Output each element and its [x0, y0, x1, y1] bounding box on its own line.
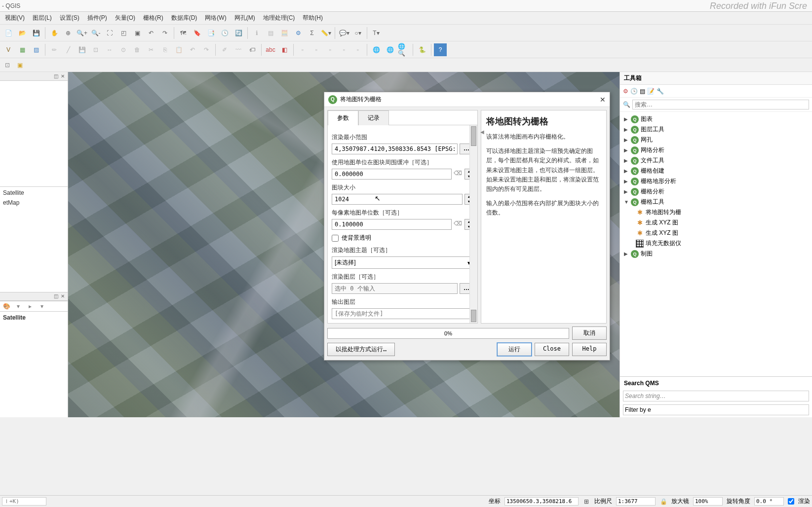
browser-list[interactable]	[0, 81, 68, 186]
menu-processing[interactable]: 地理处理(C)	[259, 12, 299, 24]
menu-help[interactable]: 帮助(H)	[299, 12, 327, 24]
render-layers-input[interactable]	[332, 283, 458, 294]
menu-view[interactable]: 视图(V)	[1, 12, 29, 24]
zoom-layer-icon[interactable]: ▣	[131, 27, 144, 39]
paste-icon[interactable]: 📋	[172, 43, 185, 56]
collapse-help-icon[interactable]: ◀	[480, 129, 484, 135]
menu-plugins[interactable]: 插件(P)	[83, 12, 111, 24]
show-bookmarks-icon[interactable]: 📑	[204, 27, 217, 39]
measure-icon[interactable]: 📏▾	[319, 27, 332, 39]
options-icon[interactable]: 🔧	[657, 88, 664, 95]
dialog-close-icon[interactable]: ✕	[600, 96, 606, 104]
cancel-button[interactable]: 取消	[572, 326, 607, 340]
menu-vector[interactable]: 矢量(O)	[111, 12, 139, 24]
tab-log[interactable]: 记录	[358, 110, 389, 125]
redo-icon[interactable]: ↷	[200, 43, 213, 56]
tool-a-icon[interactable]: ▫	[296, 43, 309, 56]
batch-run-button[interactable]: 以批处理方式运行…	[327, 343, 395, 356]
tool-d-icon[interactable]: ▫	[338, 43, 350, 56]
buffer-input[interactable]	[332, 169, 452, 180]
panel-close-icon[interactable]: ✕	[61, 73, 67, 79]
style-icon[interactable]: 🎨	[1, 301, 12, 312]
render-checkbox[interactable]	[788, 498, 794, 505]
zoom-full-icon[interactable]: ⛶	[103, 27, 116, 39]
results-icon[interactable]: ▤	[640, 88, 645, 95]
tree-group-layer-tools[interactable]: ▶Q图层工具	[622, 124, 810, 135]
layer-etmap[interactable]: etMap	[1, 198, 67, 208]
annotation-icon[interactable]: ○▾	[351, 27, 364, 39]
add-raster-icon[interactable]: ▦	[16, 43, 29, 56]
tree-group-network[interactable]: ▶Q网络分析	[622, 145, 810, 155]
text-annotation-icon[interactable]: T▾	[370, 27, 383, 39]
px-units-clear-icon[interactable]: ⌫	[454, 220, 463, 229]
tool-e-icon[interactable]: ▫	[351, 43, 364, 56]
tree-group-raster-analysis[interactable]: ▶Q栅格分析	[622, 186, 810, 197]
menu-settings[interactable]: 设置(S)	[56, 12, 83, 24]
copy-icon[interactable]: ⎘	[158, 43, 171, 56]
layer-labeling-icon[interactable]: 🏷	[246, 43, 259, 56]
model-icon[interactable]: ⚙	[623, 88, 628, 95]
move-feature-icon[interactable]: ↔	[103, 43, 116, 56]
globe-green-icon[interactable]: 🌐	[384, 43, 396, 56]
tree-tool-xyz-2[interactable]: ✱生成 XYZ 图	[622, 228, 810, 238]
pan-selection-icon[interactable]: ⊕	[62, 27, 75, 39]
toggle-extents-icon[interactable]: ⊞	[582, 498, 590, 506]
magnifier-input[interactable]	[693, 497, 723, 506]
tree-group-charts[interactable]: ▶Q图表	[622, 114, 810, 124]
tree-tool-xyz-1[interactable]: ✱生成 XYZ 图	[622, 217, 810, 228]
collapse-icon[interactable]: ▾	[37, 301, 47, 312]
identify-icon[interactable]: ℹ	[250, 27, 263, 39]
help-icon[interactable]: ?	[434, 43, 447, 56]
panel-undock-icon[interactable]: ◫	[54, 73, 60, 79]
history-icon[interactable]: 🕓	[630, 88, 638, 95]
pan-icon[interactable]: ✋	[48, 27, 61, 39]
layer-satellite[interactable]: Satellite	[1, 188, 67, 198]
tree-tool-fill-nodata[interactable]: 填充无数据仪	[622, 238, 810, 249]
search-qms-input[interactable]: Search string…	[623, 391, 809, 401]
menu-database[interactable]: 数据库(D)	[167, 12, 201, 24]
panel-undock-icon[interactable]: ◫	[54, 293, 60, 299]
save-edits-icon[interactable]: 💾	[76, 43, 88, 56]
temporal-icon[interactable]: 🕓	[218, 27, 231, 39]
scrollbar-thumb-bottom[interactable]	[471, 310, 476, 322]
tree-group-cartography[interactable]: ▶Q制图	[622, 249, 810, 259]
panel-close-icon[interactable]: ✕	[61, 293, 67, 299]
node-tool-icon[interactable]: ⊙	[117, 43, 130, 56]
buffer-clear-icon[interactable]: ⌫	[454, 170, 463, 179]
edit-line-icon[interactable]: ╱	[62, 43, 75, 56]
field-calc-icon[interactable]: 🧮	[278, 27, 291, 39]
tool-c-icon[interactable]: ▫	[324, 43, 337, 56]
reshape-icon[interactable]: 〰	[232, 43, 245, 56]
zoom-selection-icon[interactable]: ◰	[117, 27, 130, 39]
python-console-icon[interactable]: 🐍	[416, 43, 428, 56]
zoom-in-icon[interactable]: 🔍+	[76, 27, 88, 39]
globe-search-icon[interactable]: 🌐🔍	[397, 43, 410, 56]
tab-parameters[interactable]: 参数	[328, 110, 358, 125]
dialog-titlebar[interactable]: Q 将地图转为栅格 ✕	[324, 92, 610, 107]
zoom-out-icon[interactable]: 🔍-	[89, 27, 102, 39]
run-button[interactable]: 运行	[497, 343, 532, 356]
map-theme-select[interactable]: [未选择] ▾	[332, 256, 473, 269]
tree-group-raster-terrain[interactable]: ▶Q栅格地形分析	[622, 176, 810, 186]
save-project-icon[interactable]: 💾	[30, 27, 42, 39]
zoom-last-icon[interactable]: ↶	[145, 27, 157, 39]
layers-list[interactable]: Satellite	[0, 312, 68, 417]
new-project-icon[interactable]: 📄	[2, 27, 15, 39]
filter-icon[interactable]: ▾	[13, 301, 24, 312]
digitize-icon[interactable]: ✐	[218, 43, 231, 56]
help-button[interactable]: Help	[572, 343, 607, 356]
new-map-view-icon[interactable]: 🗺	[177, 27, 190, 39]
extent-input[interactable]	[332, 144, 458, 154]
map-tips-icon[interactable]: 💬▾	[338, 27, 350, 39]
tree-group-raster-tools[interactable]: ▼Q栅格工具	[622, 197, 810, 207]
open-project-icon[interactable]: 📂	[16, 27, 29, 39]
tree-group-mesh[interactable]: ▶Q网孔	[622, 135, 810, 145]
coord-input[interactable]	[504, 497, 579, 506]
tile-size-input[interactable]	[332, 194, 463, 205]
toolbox-search-input[interactable]	[632, 100, 809, 109]
snap-settings-icon[interactable]: ▣	[14, 60, 25, 71]
label-tool-icon[interactable]: abc	[264, 43, 277, 56]
lock-scale-icon[interactable]: 🔒	[659, 498, 667, 506]
layer-item-satellite-active[interactable]: Satellite	[1, 313, 67, 323]
delete-icon[interactable]: 🗑	[131, 43, 144, 56]
